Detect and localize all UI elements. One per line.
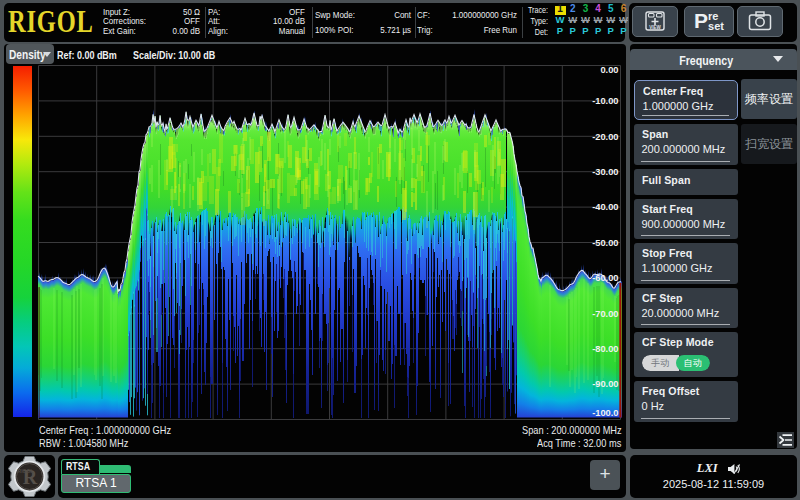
svg-text:-10.00: -10.00 [592, 96, 618, 106]
svg-text:RIGOL: RIGOL [18, 468, 34, 474]
svg-text:VIEW: VIEW [649, 25, 661, 30]
svg-text:-70.00: -70.00 [592, 309, 618, 319]
svg-text:-80.00: -80.00 [592, 344, 618, 354]
svg-text:-50.00: -50.00 [592, 238, 618, 248]
svg-text:-20.00: -20.00 [592, 132, 618, 142]
svg-text:-90.00: -90.00 [592, 379, 618, 389]
svg-text:0.00: 0.00 [600, 65, 618, 75]
svg-text:-100.0: -100.0 [592, 408, 618, 418]
svg-text:-40.00: -40.00 [592, 202, 618, 212]
svg-text:-30.00: -30.00 [592, 167, 618, 177]
svg-text:-60.00: -60.00 [592, 273, 618, 283]
